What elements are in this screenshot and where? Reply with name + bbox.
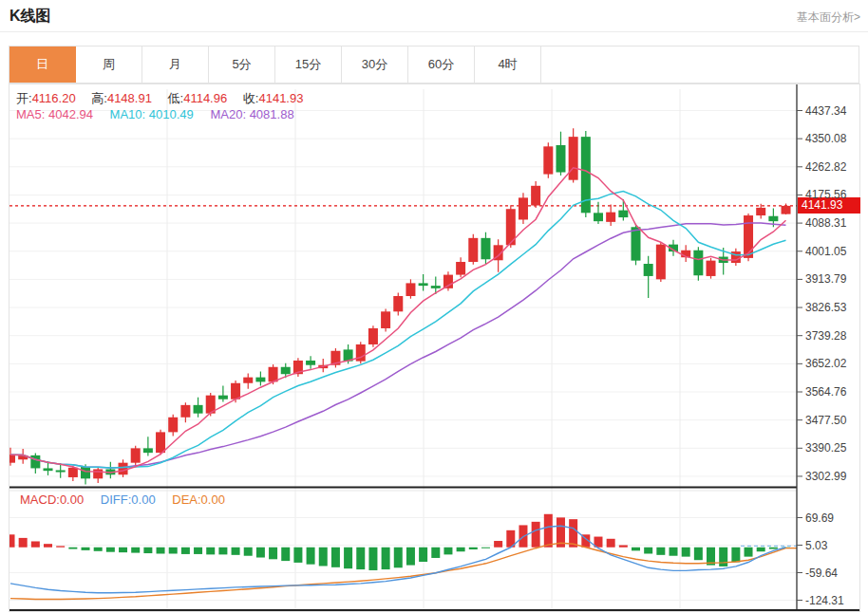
- ma5-legend: MA5: 4042.94: [16, 107, 93, 121]
- page-title: K线图: [9, 7, 51, 27]
- ma10-legend: MA10: 4010.49: [110, 107, 194, 121]
- price-axis-tick: 3477.50: [805, 414, 846, 427]
- price-axis-tick: 3390.25: [805, 441, 846, 455]
- dea-value: DEA:0.00: [172, 492, 225, 507]
- close-label: 收:: [243, 91, 259, 105]
- diff-value: DIFF:0.00: [101, 492, 156, 507]
- low-label: 低:: [168, 91, 184, 105]
- high-label: 高:: [91, 91, 107, 105]
- ma-legend: MA5: 4042.94 MA10: 4010.49 MA20: 4081.88: [16, 107, 294, 121]
- kline-chart-svg[interactable]: [9, 84, 859, 611]
- price-axis-tick: 3564.76: [805, 385, 846, 399]
- price-axis-tick: 4262.82: [805, 160, 846, 174]
- macd-axis-tick: 5.03: [805, 539, 827, 552]
- ohlc-legend: 开:4116.20 高:4148.91 低:4114.96 收:4141.93: [16, 90, 315, 107]
- tab-日[interactable]: 日: [9, 46, 76, 83]
- price-axis-tick: 3826.53: [805, 301, 846, 314]
- low-value: 4114.96: [183, 91, 227, 105]
- open-value: 4116.20: [32, 91, 76, 105]
- interval-tab-bar: 日周月5分15分30分60分4时: [9, 46, 859, 84]
- tab-4时[interactable]: 4时: [475, 46, 541, 83]
- fundamental-analysis-link[interactable]: 基本面分析>: [797, 9, 860, 26]
- price-axis-tick: 3913.79: [805, 272, 846, 286]
- price-axis-tick: 3652.02: [805, 357, 846, 370]
- tab-60分[interactable]: 60分: [408, 46, 475, 83]
- macd-axis-tick: 69.69: [805, 511, 834, 525]
- price-axis-tick: 4437.34: [805, 104, 846, 118]
- tab-15分[interactable]: 15分: [275, 46, 342, 83]
- price-axis-tick: 4001.05: [805, 245, 846, 258]
- open-label: 开:: [16, 91, 32, 105]
- tab-5分[interactable]: 5分: [209, 46, 275, 83]
- macd-axis-tick: -124.31: [805, 594, 844, 607]
- price-axis-tick: 4350.08: [805, 132, 846, 145]
- kline-chart-panel: 开:4116.20 高:4148.91 低:4114.96 收:4141.93 …: [9, 84, 860, 612]
- high-value: 4148.91: [107, 91, 152, 105]
- price-axis-tick: 3302.99: [805, 470, 846, 483]
- macd-axis-tick: -59.64: [805, 567, 838, 580]
- tab-周[interactable]: 周: [76, 46, 142, 83]
- price-axis-tick: 4175.56: [805, 188, 846, 201]
- header-divider: [0, 31, 868, 32]
- macd-value: MACD:0.00: [20, 492, 84, 507]
- macd-legend: MACD:0.00 DIFF:0.00 DEA:0.00: [20, 492, 225, 507]
- ma20-legend: MA20: 4081.88: [210, 107, 293, 121]
- tab-月[interactable]: 月: [142, 46, 209, 83]
- tab-30分[interactable]: 30分: [342, 46, 408, 83]
- close-value: 4141.93: [258, 91, 303, 105]
- price-axis-tick: 4088.31: [805, 216, 846, 230]
- price-axis-tick: 3739.28: [805, 329, 846, 343]
